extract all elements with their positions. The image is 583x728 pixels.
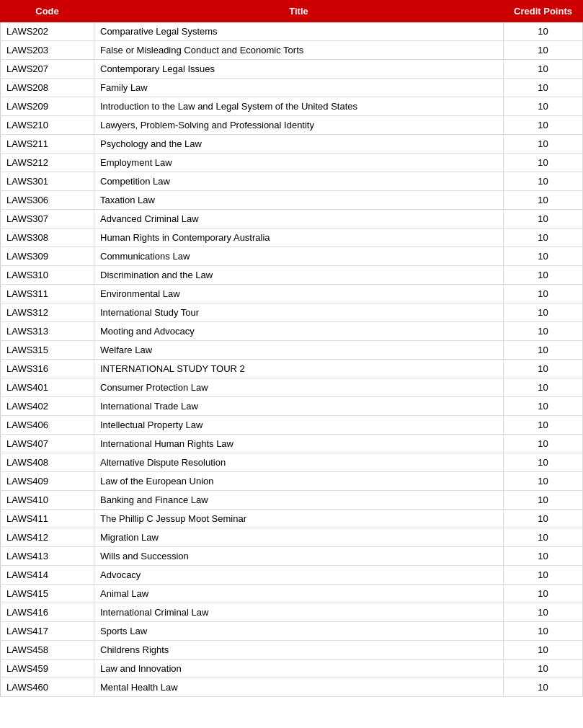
row-code: LAWS207 — [1, 60, 94, 79]
row-code: LAWS211 — [1, 135, 94, 154]
table-row: LAWS301Competition Law10 — [1, 172, 583, 191]
row-title: Environmental Law — [94, 285, 504, 303]
law-courses-table: Code Title Credit Points LAWS202Comparat… — [0, 0, 583, 697]
row-title: Communications Law — [94, 247, 504, 266]
row-credits: 10 — [504, 41, 583, 60]
table-row: LAWS411The Phillip C Jessup Moot Seminar… — [1, 510, 583, 528]
row-title: Childrens Rights — [94, 641, 504, 660]
table-row: LAWS207Contemporary Legal Issues10 — [1, 60, 583, 79]
row-title: Competition Law — [94, 172, 504, 191]
table-row: LAWS409Law of the European Union10 — [1, 472, 583, 491]
row-credits: 10 — [504, 79, 583, 97]
table-row: LAWS410Banking and Finance Law10 — [1, 491, 583, 510]
table-row: LAWS211Psychology and the Law10 — [1, 135, 583, 154]
title-header: Title — [94, 1, 504, 22]
row-code: LAWS407 — [1, 435, 94, 453]
row-credits: 10 — [504, 585, 583, 603]
row-title: Discrimination and the Law — [94, 266, 504, 285]
row-credits: 10 — [504, 154, 583, 172]
row-code: LAWS410 — [1, 491, 94, 510]
row-credits: 10 — [504, 435, 583, 453]
row-credits: 10 — [504, 22, 583, 41]
table-row: LAWS414Advocacy10 — [1, 566, 583, 585]
table-row: LAWS406Intellectual Property Law10 — [1, 416, 583, 435]
row-code: LAWS414 — [1, 566, 94, 585]
row-credits: 10 — [504, 360, 583, 378]
row-title: International Study Tour — [94, 303, 504, 322]
row-title: Comparative Legal Systems — [94, 22, 504, 41]
table-row: LAWS210Lawyers, Problem-Solving and Prof… — [1, 116, 583, 135]
row-title: International Trade Law — [94, 397, 504, 416]
row-title: Taxation Law — [94, 191, 504, 210]
row-code: LAWS315 — [1, 341, 94, 360]
row-credits: 10 — [504, 641, 583, 660]
row-code: LAWS308 — [1, 228, 94, 247]
table-row: LAWS413Wills and Succession10 — [1, 547, 583, 566]
row-title: Law and Innovation — [94, 660, 504, 678]
row-code: LAWS313 — [1, 322, 94, 341]
table-row: LAWS209Introduction to the Law and Legal… — [1, 97, 583, 116]
row-title: Advocacy — [94, 566, 504, 585]
row-credits: 10 — [504, 285, 583, 303]
row-code: LAWS306 — [1, 191, 94, 210]
row-title: The Phillip C Jessup Moot Seminar — [94, 510, 504, 528]
row-title: INTERNATIONAL STUDY TOUR 2 — [94, 360, 504, 378]
row-credits: 10 — [504, 453, 583, 472]
table-row: LAWS306Taxation Law10 — [1, 191, 583, 210]
row-credits: 10 — [504, 491, 583, 510]
row-credits: 10 — [504, 416, 583, 435]
table-row: LAWS408Alternative Dispute Resolution10 — [1, 453, 583, 472]
row-code: LAWS203 — [1, 41, 94, 60]
row-credits: 10 — [504, 266, 583, 285]
row-title: Mental Health Law — [94, 678, 504, 697]
row-title: Wills and Succession — [94, 547, 504, 566]
row-title: Family Law — [94, 79, 504, 97]
row-code: LAWS409 — [1, 472, 94, 491]
row-credits: 10 — [504, 397, 583, 416]
row-code: LAWS202 — [1, 22, 94, 41]
row-code: LAWS212 — [1, 154, 94, 172]
row-credits: 10 — [504, 97, 583, 116]
row-title: Migration Law — [94, 528, 504, 547]
row-title: International Human Rights Law — [94, 435, 504, 453]
row-credits: 10 — [504, 528, 583, 547]
row-credits: 10 — [504, 210, 583, 228]
row-code: LAWS316 — [1, 360, 94, 378]
row-code: LAWS208 — [1, 79, 94, 97]
row-title: Introduction to the Law and Legal System… — [94, 97, 504, 116]
row-credits: 10 — [504, 247, 583, 266]
table-row: LAWS307Advanced Criminal Law10 — [1, 210, 583, 228]
row-code: LAWS402 — [1, 397, 94, 416]
row-credits: 10 — [504, 472, 583, 491]
table-row: LAWS315Welfare Law10 — [1, 341, 583, 360]
row-code: LAWS310 — [1, 266, 94, 285]
table-row: LAWS309Communications Law10 — [1, 247, 583, 266]
table-row: LAWS313Mooting and Advocacy10 — [1, 322, 583, 341]
row-code: LAWS309 — [1, 247, 94, 266]
table-row: LAWS203False or Misleading Conduct and E… — [1, 41, 583, 60]
table-row: LAWS308Human Rights in Contemporary Aust… — [1, 228, 583, 247]
row-code: LAWS406 — [1, 416, 94, 435]
code-header: Code — [1, 1, 94, 22]
row-code: LAWS459 — [1, 660, 94, 678]
table-row: LAWS412Migration Law10 — [1, 528, 583, 547]
row-credits: 10 — [504, 228, 583, 247]
row-code: LAWS458 — [1, 641, 94, 660]
row-title: Mooting and Advocacy — [94, 322, 504, 341]
row-credits: 10 — [504, 322, 583, 341]
row-code: LAWS311 — [1, 285, 94, 303]
row-title: False or Misleading Conduct and Economic… — [94, 41, 504, 60]
table-row: LAWS310Discrimination and the Law10 — [1, 266, 583, 285]
row-title: Psychology and the Law — [94, 135, 504, 154]
row-title: Contemporary Legal Issues — [94, 60, 504, 79]
credits-header: Credit Points — [504, 1, 583, 22]
row-credits: 10 — [504, 603, 583, 622]
row-credits: 10 — [504, 678, 583, 697]
row-title: Animal Law — [94, 585, 504, 603]
row-credits: 10 — [504, 378, 583, 397]
table-row: LAWS312International Study Tour10 — [1, 303, 583, 322]
row-code: LAWS307 — [1, 210, 94, 228]
table-row: LAWS460Mental Health Law10 — [1, 678, 583, 697]
row-credits: 10 — [504, 135, 583, 154]
row-title: Alternative Dispute Resolution — [94, 453, 504, 472]
